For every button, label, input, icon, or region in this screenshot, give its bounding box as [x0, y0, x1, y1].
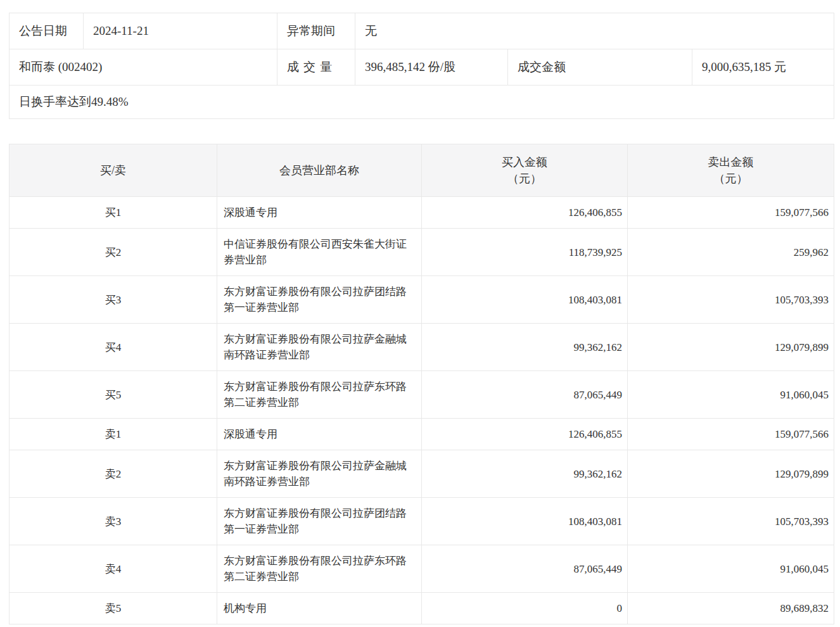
- row-side-cell: 买1: [10, 197, 217, 229]
- stock-name-code: 和而泰 (002402): [10, 49, 277, 86]
- broker-table-row: 买1 深股通专用 126,406,855 159,077,566: [10, 197, 834, 229]
- broker-table-header-row: 买/卖 会员营业部名称 买入金额 （元） 卖出金额 （元）: [10, 144, 834, 197]
- row-branch-cell: 深股通专用: [217, 419, 422, 450]
- row-side-cell: 卖4: [10, 545, 217, 593]
- row-buy-amount-cell: 126,406,855: [422, 419, 628, 450]
- broker-table: 买/卖 会员营业部名称 买入金额 （元） 卖出金额 （元） 买1 深股通专用 1…: [9, 144, 834, 624]
- broker-table-row: 卖2 东方财富证券股份有限公司拉萨金融城南环路证券营业部 99,362,162 …: [10, 450, 834, 498]
- row-side-cell: 买4: [10, 324, 217, 371]
- sell-amount-title: 卖出金额: [633, 154, 829, 170]
- row-buy-amount-cell: 99,362,162: [422, 450, 628, 498]
- row-branch-cell: 东方财富证券股份有限公司拉萨团结路第一证券营业部: [217, 276, 422, 324]
- broker-table-row: 卖4 东方财富证券股份有限公司拉萨东环路第二证券营业部 87,065,449 9…: [10, 545, 834, 593]
- row-buy-amount-cell: 87,065,449: [422, 371, 628, 419]
- row-branch-cell: 机构专用: [217, 593, 422, 624]
- row-side-cell: 卖5: [10, 593, 217, 624]
- row-branch-cell: 东方财富证券股份有限公司拉萨东环路第二证券营业部: [217, 545, 422, 593]
- disclosure-page: 公告日期 2024-11-21 异常期间 无 和而泰 (002402) 成交量 …: [0, 0, 840, 627]
- row-side-cell: 卖1: [10, 419, 217, 450]
- row-buy-amount-cell: 87,065,449: [422, 545, 628, 593]
- buy-amount-unit: （元）: [427, 170, 622, 187]
- announce-date-value: 2024-11-21: [84, 13, 277, 49]
- row-branch-cell: 东方财富证券股份有限公司拉萨团结路第一证券营业部: [217, 498, 422, 545]
- broker-table-row: 买3 东方财富证券股份有限公司拉萨团结路第一证券营业部 108,403,081 …: [10, 276, 834, 324]
- row-branch-cell: 东方财富证券股份有限公司拉萨金融城南环路证券营业部: [217, 450, 422, 498]
- row-branch-cell: 东方财富证券股份有限公司拉萨东环路第二证券营业部: [217, 371, 422, 419]
- row-buy-amount-cell: 99,362,162: [422, 324, 628, 371]
- row-sell-amount-cell: 89,689,832: [628, 593, 834, 624]
- row-side-cell: 买5: [10, 371, 217, 419]
- col-header-side: 买/卖: [10, 144, 217, 197]
- abnormal-period-value: 无: [355, 13, 834, 49]
- broker-table-body: 买1 深股通专用 126,406,855 159,077,566 买2 中信证券…: [10, 197, 834, 624]
- row-buy-amount-cell: 108,403,081: [422, 498, 628, 545]
- turnover-label: 成交金额: [508, 49, 692, 86]
- col-header-branch: 会员营业部名称: [217, 144, 422, 197]
- row-sell-amount-cell: 91,060,045: [628, 545, 834, 593]
- summary-row-stock: 和而泰 (002402) 成交量 396,485,142 份/股 成交金额 9,…: [10, 49, 834, 86]
- row-branch-cell: 中信证券股份有限公司西安朱雀大街证券营业部: [217, 229, 422, 276]
- volume-value: 396,485,142 份/股: [355, 49, 508, 86]
- row-sell-amount-cell: 105,703,393: [628, 276, 834, 324]
- col-header-sell-amount: 卖出金额 （元）: [628, 144, 834, 197]
- row-side-cell: 买2: [10, 229, 217, 276]
- row-branch-cell: 深股通专用: [217, 197, 422, 229]
- row-sell-amount-cell: 105,703,393: [628, 498, 834, 545]
- row-sell-amount-cell: 159,077,566: [628, 419, 834, 450]
- broker-table-row: 买5 东方财富证券股份有限公司拉萨东环路第二证券营业部 87,065,449 9…: [10, 371, 834, 419]
- row-sell-amount-cell: 91,060,045: [628, 371, 834, 419]
- broker-table-row: 卖1 深股通专用 126,406,855 159,077,566: [10, 419, 834, 450]
- row-buy-amount-cell: 0: [422, 593, 628, 624]
- buy-amount-title: 买入金额: [427, 154, 622, 170]
- row-branch-cell: 东方财富证券股份有限公司拉萨金融城南环路证券营业部: [217, 324, 422, 371]
- row-buy-amount-cell: 118,739,925: [422, 229, 628, 276]
- sell-amount-unit: （元）: [633, 170, 829, 187]
- abnormal-period-label: 异常期间: [277, 13, 355, 49]
- col-header-buy-amount: 买入金额 （元）: [422, 144, 628, 197]
- volume-label-text: 成交量: [287, 60, 336, 73]
- row-side-cell: 卖2: [10, 450, 217, 498]
- broker-table-row: 买4 东方财富证券股份有限公司拉萨金融城南环路证券营业部 99,362,162 …: [10, 324, 834, 371]
- row-side-cell: 卖3: [10, 498, 217, 545]
- row-side-cell: 买3: [10, 276, 217, 324]
- broker-table-row: 卖3 东方财富证券股份有限公司拉萨团结路第一证券营业部 108,403,081 …: [10, 498, 834, 545]
- turnover-rate-note: 日换手率达到49.48%: [10, 86, 834, 119]
- turnover-value: 9,000,635,185 元: [692, 49, 834, 86]
- row-buy-amount-cell: 126,406,855: [422, 197, 628, 229]
- row-sell-amount-cell: 159,077,566: [628, 197, 834, 229]
- summary-row-date: 公告日期 2024-11-21 异常期间 无: [10, 13, 834, 49]
- broker-table-row: 买2 中信证券股份有限公司西安朱雀大街证券营业部 118,739,925 259…: [10, 229, 834, 276]
- row-buy-amount-cell: 108,403,081: [422, 276, 628, 324]
- row-sell-amount-cell: 259,962: [628, 229, 834, 276]
- row-sell-amount-cell: 129,079,899: [628, 450, 834, 498]
- broker-table-row: 卖5 机构专用 0 89,689,832: [10, 593, 834, 624]
- summary-row-note: 日换手率达到49.48%: [10, 86, 834, 119]
- row-sell-amount-cell: 129,079,899: [628, 324, 834, 371]
- announce-date-label: 公告日期: [10, 13, 84, 49]
- summary-table: 公告日期 2024-11-21 异常期间 无 和而泰 (002402) 成交量 …: [9, 13, 834, 119]
- volume-label: 成交量: [277, 49, 355, 86]
